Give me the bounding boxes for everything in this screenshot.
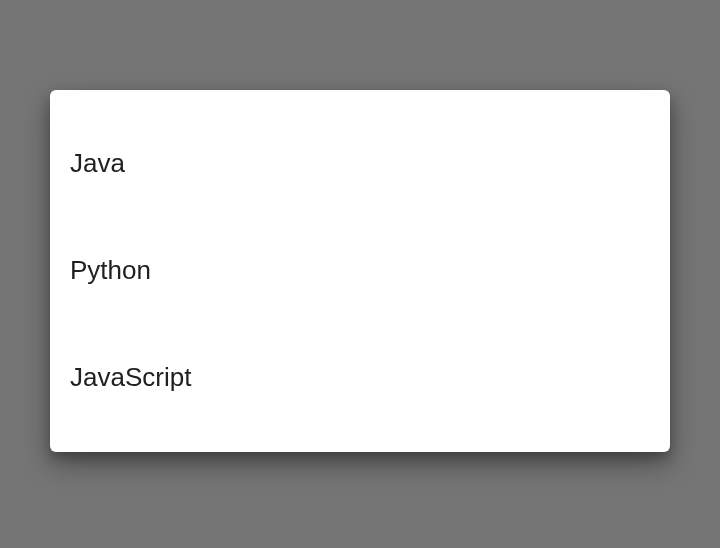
- list-item-label: JavaScript: [70, 362, 191, 392]
- list-item-java[interactable]: Java: [50, 110, 670, 217]
- list-item-javascript[interactable]: JavaScript: [50, 324, 670, 431]
- list-item-label: Python: [70, 255, 151, 285]
- list-item-label: Java: [70, 148, 125, 178]
- list-item-python[interactable]: Python: [50, 217, 670, 324]
- language-select-dialog: Java Python JavaScript: [50, 90, 670, 452]
